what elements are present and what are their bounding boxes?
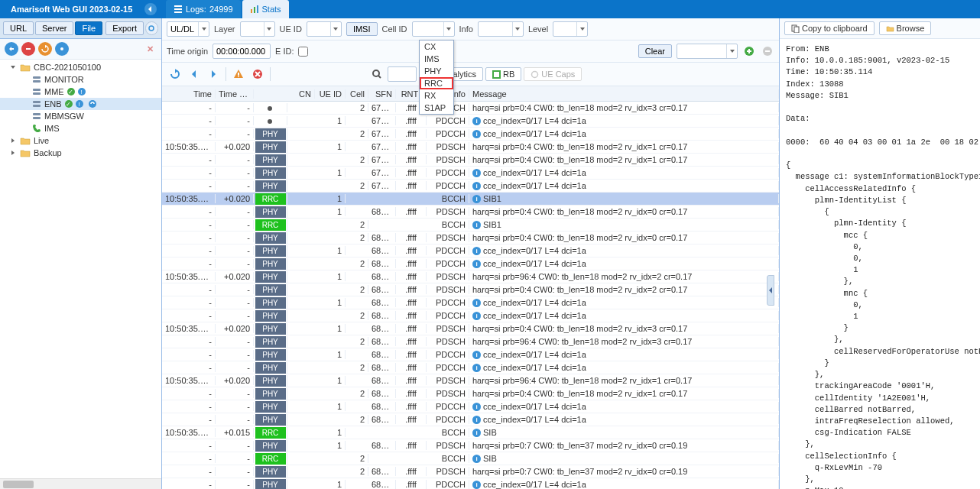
cellid-combo[interactable] xyxy=(412,21,455,37)
imsi-button[interactable]: IMSI xyxy=(346,22,378,36)
log-row[interactable]: --PHY1686.5.ffffPDCCHicce_index=0/17 L=4… xyxy=(162,400,779,413)
log-row[interactable]: --PHY1678.5.ffffPDCCHicce_index=0/17 L=4… xyxy=(162,167,779,180)
preset-combo[interactable] xyxy=(677,44,738,59)
server-button[interactable]: Server xyxy=(35,21,73,35)
log-row[interactable]: --RRC2BCCHiSIB xyxy=(162,452,779,465)
info-combo[interactable] xyxy=(478,21,524,37)
error-icon[interactable] xyxy=(249,66,266,83)
log-row[interactable]: --PHY2680.5.ffffPDSCHharq=si prb=0:4 CW0… xyxy=(162,232,779,244)
log-row[interactable]: --RRC2BCCHiSIB1 xyxy=(162,219,779,232)
warning-icon[interactable] xyxy=(230,66,247,83)
layer-dropdown[interactable]: CXIMSPHYRRCRXS1AP xyxy=(419,40,454,115)
tab-stats[interactable]: Stats xyxy=(242,0,289,18)
file-button[interactable]: File xyxy=(75,21,102,35)
export-settings-icon[interactable] xyxy=(145,21,158,35)
col-time[interactable]: Time xyxy=(162,89,216,99)
log-row[interactable]: --PHY2684.5.ffffPDCCHicce_index=0/17 L=4… xyxy=(162,361,779,374)
tree-item-monitor[interactable]: MONITOR xyxy=(0,73,161,86)
remove-icon[interactable] xyxy=(761,44,774,58)
dropdown-item-rrc[interactable]: RRC xyxy=(420,77,453,89)
log-row[interactable]: --PHY1682.5.ffffPDCCHicce_index=0/17 L=4… xyxy=(162,296,779,309)
dropdown-item-cx[interactable]: CX xyxy=(420,40,453,53)
log-row[interactable]: --PHY1688.0.ffffPDCCHicce_index=0/17 L=4… xyxy=(162,478,779,489)
log-row[interactable]: --PHY1688.0.ffffPDSCHharq=si prb=0:7 CW0… xyxy=(162,439,779,452)
ueid-combo[interactable] xyxy=(307,21,342,37)
log-row[interactable]: --PHY2686.5.ffffPDSCHharq=si prb=0:4 CW0… xyxy=(162,387,779,400)
tree-item-mme[interactable]: MME✓! xyxy=(0,86,161,98)
search-input[interactable] xyxy=(388,66,417,82)
tree-item-cbc-2021050100[interactable]: CBC-2021050100 xyxy=(0,61,161,73)
dropdown-item-s1ap[interactable]: S1AP xyxy=(420,102,453,114)
col-cell[interactable]: Cell xyxy=(346,89,368,99)
expand-handle[interactable] xyxy=(767,275,774,306)
log-row[interactable]: --PHY2678.5.ffffPDSCHharq=si prb=0:4 CW0… xyxy=(162,154,779,167)
log-row[interactable]: 10:50:35.114+0.020RRC1BCCHiSIB1 xyxy=(162,193,779,206)
col-diff[interactable]: Time diff xyxy=(216,89,254,99)
tab-logs-label: Logs: xyxy=(186,5,206,14)
log-row[interactable]: --PHY2684.5.ffffPDSCHharq=si prb=96:4 CW… xyxy=(162,335,779,348)
col-ueid[interactable]: UE ID xyxy=(315,89,346,99)
dropdown-item-ims[interactable]: IMS xyxy=(420,53,453,65)
uecaps-chip: UE Caps xyxy=(524,67,582,81)
connect-icon[interactable] xyxy=(5,42,18,56)
log-row[interactable]: --PHY2676.5.ffffPDCCHicce_index=0/17 L=4… xyxy=(162,128,779,141)
svg-rect-20 xyxy=(238,73,239,76)
layer-combo[interactable] xyxy=(240,21,275,37)
log-row[interactable]: --2676.5.ffffPDSCHharq=si prb=0:4 CW0: t… xyxy=(162,102,779,115)
ueid-checkbox[interactable] xyxy=(298,47,308,57)
log-row[interactable]: --1676.5.ffffPDCCHicce_index=0/17 L=4 dc… xyxy=(162,115,779,128)
settings-icon[interactable] xyxy=(55,42,69,56)
log-row[interactable]: --PHY2682.5.ffffPDSCHharq=si prb=0:4 CW0… xyxy=(162,283,779,296)
tree-item-ims[interactable]: IMS xyxy=(0,122,161,134)
col-cn[interactable]: CN xyxy=(287,89,315,99)
col-sfn[interactable]: SFN xyxy=(368,89,396,99)
export-button[interactable]: Export xyxy=(105,21,144,35)
col-msg[interactable]: Message xyxy=(469,89,779,99)
uldl-combo[interactable] xyxy=(167,21,209,37)
tree-item-mbmsgw[interactable]: MBMSGW xyxy=(0,110,161,122)
disconnect-icon[interactable] xyxy=(21,42,35,56)
dropdown-item-phy[interactable]: PHY xyxy=(420,65,453,77)
tree-item-live[interactable]: Live xyxy=(0,134,161,147)
time-origin-label: Time origin xyxy=(167,47,208,56)
log-row[interactable]: --PHY1680.5.ffffPDCCHicce_index=0/17 L=4… xyxy=(162,244,779,257)
log-row[interactable]: --PHY2682.5.ffffPDCCHicce_index=0/17 L=4… xyxy=(162,309,779,322)
layer-label: Layer xyxy=(214,24,235,34)
url-button[interactable]: URL xyxy=(3,21,34,35)
reload-icon[interactable] xyxy=(167,66,183,83)
search-icon[interactable] xyxy=(368,66,385,83)
sidebar-scrollbar[interactable] xyxy=(0,478,161,489)
close-icon[interactable]: ✕ xyxy=(144,44,157,54)
time-origin-input[interactable] xyxy=(213,44,271,59)
log-row[interactable]: 10:50:35.154+0.020PHY1684.5.ffffPDSCHhar… xyxy=(162,322,779,335)
sidebar-collapse-icon[interactable] xyxy=(144,3,157,15)
add-icon[interactable] xyxy=(742,44,756,58)
log-row[interactable]: 10:50:35.189+0.015RRC1BCCHiSIB xyxy=(162,426,779,439)
log-row[interactable]: --PHY1684.5.ffffPDCCHicce_index=0/17 L=4… xyxy=(162,348,779,361)
svg-point-29 xyxy=(532,71,538,77)
refresh-icon[interactable] xyxy=(38,42,52,56)
log-panel: Layer UE ID IMSI Cell ID Info Level CXIM… xyxy=(162,18,780,489)
tree-item-enb[interactable]: ENB✓! xyxy=(0,98,161,110)
log-row[interactable]: --PHY2688.0.ffffPDSCHharq=si prb=0:7 CW0… xyxy=(162,465,779,478)
log-row[interactable]: --PHY2678.5.ffffPDCCHicce_index=0/17 L=4… xyxy=(162,180,779,193)
back-icon[interactable] xyxy=(186,66,203,83)
browse-button[interactable]: Browse xyxy=(879,21,932,35)
copy-button[interactable]: Copy to clipboard xyxy=(784,21,875,35)
forward-icon[interactable] xyxy=(205,66,222,83)
dropdown-item-rx[interactable]: RX xyxy=(420,89,453,102)
svg-rect-10 xyxy=(33,80,41,83)
log-row[interactable]: --PHY1680.5.ffffPDSCHharq=si prb=0:4 CW0… xyxy=(162,206,779,219)
level-combo[interactable] xyxy=(553,21,588,37)
tree-item-backup[interactable]: Backup xyxy=(0,147,161,159)
svg-rect-17 xyxy=(33,117,41,119)
log-row[interactable]: --PHY2686.5.ffffPDCCHicce_index=0/17 L=4… xyxy=(162,413,779,426)
log-row[interactable]: 10:50:35.134+0.020PHY1682.5.ffffPDSCHhar… xyxy=(162,270,779,283)
log-row[interactable]: 10:50:35.174+0.020PHY1686.5.ffffPDSCHhar… xyxy=(162,374,779,387)
clear-button[interactable]: Clear xyxy=(638,44,672,58)
svg-point-15 xyxy=(89,100,96,108)
log-row[interactable]: 10:50:35.094+0.020PHY1678.5.ffffPDSCHhar… xyxy=(162,141,779,154)
log-row[interactable]: --PHY2680.5.ffffPDCCHicce_index=0/17 L=4… xyxy=(162,257,779,270)
rb-chip[interactable]: RB xyxy=(485,67,521,81)
tab-logs[interactable]: Logs: 24999 xyxy=(166,0,241,18)
